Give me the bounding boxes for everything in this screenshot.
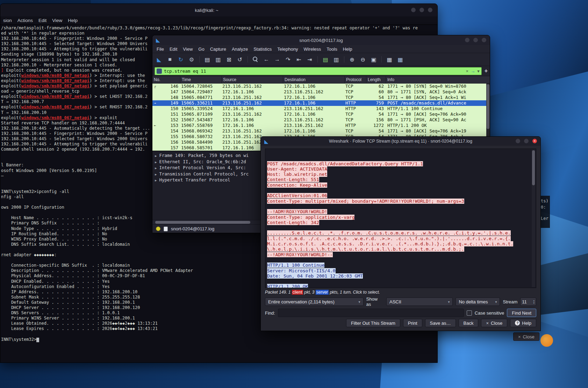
go-back-icon[interactable]: ← [263, 56, 270, 63]
terminal-menu-help[interactable]: Help [65, 18, 80, 23]
column-header-no[interactable]: No. [152, 76, 180, 83]
filter-dropdown-icon[interactable]: ▾ [477, 69, 480, 73]
terminal-menu-actions[interactable]: Actions [15, 18, 36, 23]
ws-menu-analyze[interactable]: Analyze [229, 46, 251, 52]
columns-123-icon[interactable]: ▦ [396, 56, 404, 63]
filter-clear-icon[interactable]: × [466, 69, 469, 73]
display-filter-input[interactable]: tcp.stream eq 11 × → ▾ [155, 67, 482, 75]
stream-line[interactable]: Content-Type: multipart/mixed; boundary=… [267, 199, 530, 204]
spinner-up-icon[interactable]: ▴ [533, 299, 535, 302]
terminal-menu-sion[interactable]: sion [0, 18, 15, 23]
column-header-length[interactable]: Length [366, 76, 386, 83]
go-to-packet-icon[interactable]: ↷ [284, 56, 292, 63]
zoom-100-icon[interactable]: ▣ [370, 56, 378, 63]
packet-row[interactable]: 14815065.084771213.116.251.162172.16.1.1… [152, 95, 490, 100]
column-header-info[interactable]: Info [386, 76, 490, 83]
stream-line[interactable]: Date: Sun, 04 Feb 2001 12:26:03 GMT [267, 273, 530, 279]
stream-line[interactable]: M.i.c.r.o.s.o.f.t. .A.c.c.e.s.s. .D.r.i.… [267, 241, 530, 246]
stream-line[interactable]: User-Agent: ACTIVEDATA [267, 166, 530, 172]
restart-capture-icon[interactable]: ↻ [177, 56, 185, 63]
terminal-close-button[interactable] [428, 8, 432, 12]
packet-row[interactable]: 15115065.871109213.116.251.162172.16.1.1… [152, 112, 490, 117]
dialog-maximize-button[interactable] [524, 139, 529, 143]
dialog-minimize-button[interactable] [516, 139, 520, 143]
ws-menu-telephony[interactable]: Telephony [274, 46, 301, 52]
filter-add-button[interactable]: + [485, 68, 488, 74]
column-header-protocol[interactable]: Protocol [345, 76, 366, 83]
terminal-titlebar[interactable]: kali@kali: ~ [0, 4, 437, 16]
close-button[interactable]: ×Close [481, 319, 507, 327]
go-first-icon[interactable]: ⇤ [295, 56, 303, 63]
delta-times-select[interactable]: No delta times ▾ [456, 297, 500, 306]
stream-line[interactable]: Content-Type: application/x-varg [267, 215, 530, 220]
start-capture-icon[interactable]: ◣ [155, 56, 163, 63]
go-forward-icon[interactable]: → [273, 56, 281, 63]
ws-menu-capture[interactable]: Capture [207, 46, 229, 52]
filter-bookmark-icon[interactable] [157, 69, 162, 74]
zoom-out-icon[interactable]: ⊖ [359, 56, 367, 63]
case-sensitive-checkbox[interactable] [467, 310, 472, 316]
save-file-icon[interactable]: ▥ [214, 56, 222, 63]
back-button[interactable]: Back [459, 319, 479, 327]
ws-menu-help[interactable]: Help [340, 46, 355, 52]
ws-menu-statistics[interactable]: Statistics [251, 46, 274, 52]
find-next-button[interactable]: Find Next [507, 309, 536, 317]
terminal-menu-edit[interactable]: Edit [36, 18, 49, 23]
stream-line[interactable]: .........S.e.l.e.c.t. .*. .f.r.o.m. .C.u… [267, 230, 530, 236]
stream-line[interactable]: Content-Length: 342 [267, 220, 530, 225]
show-as-select[interactable]: ASCII ▾ [386, 297, 453, 306]
spinner-down-icon[interactable]: ▾ [533, 302, 535, 304]
wireshark-close-button[interactable] [482, 38, 486, 42]
print-button[interactable]: Print [403, 319, 422, 327]
auto-scroll-icon[interactable]: ▥ [332, 56, 340, 63]
dialog-close-button[interactable]: × [532, 139, 537, 143]
ws-menu-wireless[interactable]: Wireless [301, 46, 324, 52]
stream-line[interactable]: POST /msadc/msadcs.dll/AdvancedDataFacto… [267, 161, 530, 166]
packet-row[interactable]: 14715064.729407172.16.1.106213.116.251.1… [152, 89, 490, 95]
packet-row[interactable]: ┌14615064.728045213.116.251.162172.16.1.… [152, 84, 490, 89]
close-file-icon[interactable]: ⊠ [225, 56, 233, 63]
stream-line[interactable] [267, 279, 530, 284]
filter-out-stream-button[interactable]: Filter Out This Stream [346, 319, 400, 327]
open-file-icon[interactable]: ▤ [203, 56, 211, 63]
follow-dialog-titlebar[interactable]: ◣ Wireshark · Follow TCP Stream (tcp.str… [261, 137, 540, 146]
packet-row[interactable]: 15215067.543487172.16.1.106213.116.251.1… [152, 117, 490, 123]
stream-line[interactable] [267, 204, 530, 209]
packet-row[interactable]: →14915065.336211213.116.251.162172.16.1.… [152, 100, 490, 106]
stream-line[interactable]: Content-Length: 551 [267, 177, 530, 182]
column-header-destination[interactable]: Destination [283, 76, 345, 83]
scrollbar-thumb[interactable] [155, 221, 250, 224]
ws-menu-edit[interactable]: Edit [167, 46, 180, 52]
scrollbar-thumb[interactable] [532, 150, 535, 185]
terminal-maximize-button[interactable] [420, 8, 424, 12]
capture-options-icon[interactable]: ⚙ [188, 56, 195, 63]
stream-line[interactable]: Connection: Keep-Alive [267, 182, 530, 188]
stream-line[interactable] [267, 225, 530, 230]
conversation-select[interactable]: Entire conversation (2,114 bytes) ▾ [265, 297, 364, 306]
packet-row[interactable]: 15015065.339524172.16.1.106213.116.251.1… [152, 106, 490, 112]
help-button[interactable]: ?Help [510, 319, 536, 327]
zoom-in-icon[interactable]: ⊕ [348, 56, 356, 63]
column-header-time[interactable]: Time [180, 76, 222, 83]
expert-info-icon[interactable] [156, 227, 160, 231]
terminal-menu-view[interactable]: View [49, 18, 65, 23]
stream-line[interactable]: HTTP/1.1 200 OK [267, 284, 530, 288]
stop-capture-icon[interactable]: ■ [166, 56, 174, 63]
filter-apply-icon[interactable]: → [471, 69, 475, 73]
ws-menu-tools[interactable]: Tools [324, 46, 340, 52]
stream-line[interactable]: HTTP/1.1 100 Continue [267, 263, 530, 268]
stream-line[interactable] [267, 257, 530, 263]
filter-expression[interactable]: tcp.stream eq 11 [164, 69, 464, 74]
stream-line[interactable]: \.h.e.l.p.\.i.i.s.\.h.t.m.\.t.u.t.o.r.i.… [267, 246, 530, 252]
find-input[interactable] [278, 309, 464, 317]
ws-menu-file[interactable]: File [154, 46, 167, 52]
resize-columns-icon[interactable]: ▦ [386, 56, 393, 63]
find-packet-icon[interactable] [252, 56, 259, 63]
wireshark-minimize-button[interactable] [465, 38, 469, 42]
scrollbar-thumb[interactable] [487, 84, 489, 129]
ws-menu-go[interactable]: Go [195, 46, 207, 52]
background-close-button[interactable]: ×Close [513, 332, 539, 341]
stream-line[interactable]: Server: Microsoft-IIS/4.0 [267, 268, 530, 273]
packet-row[interactable]: 15415068.069342213.116.251.162172.16.1.1… [152, 128, 490, 134]
stream-line[interactable]: --!ADM!ROX!YOUR!WORLD!-- [267, 252, 530, 257]
